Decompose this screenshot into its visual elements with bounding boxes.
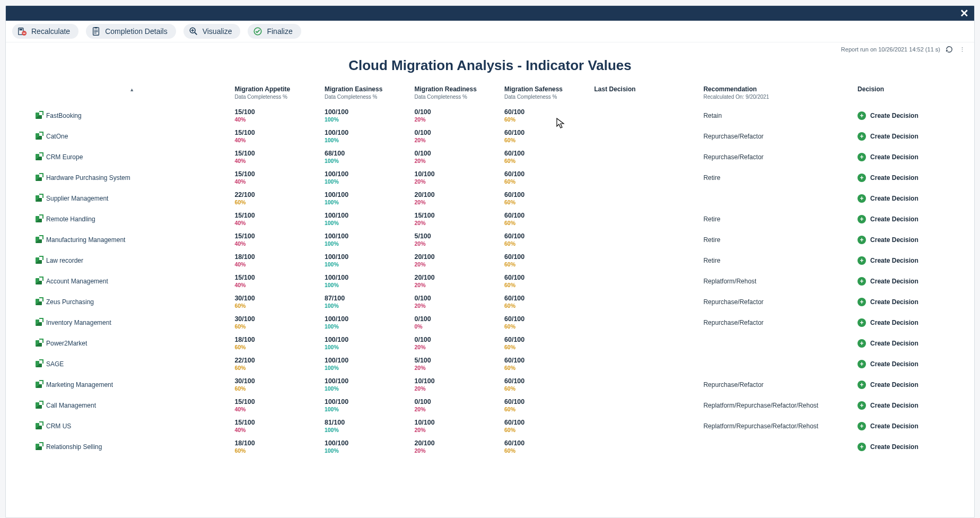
appetite-pct: 40% [234, 220, 318, 226]
create-decision-button[interactable]: +Create Decision [858, 153, 918, 161]
create-decision-label: Create Decision [870, 422, 918, 430]
create-decision-button[interactable]: +Create Decision [858, 381, 918, 389]
create-decision-label: Create Decision [870, 112, 918, 119]
create-decision-button[interactable]: +Create Decision [858, 298, 918, 306]
recommendation-cell: Retire [700, 229, 854, 250]
app-link[interactable]: CRM US [36, 422, 228, 430]
recommendation-cell: Replatform/Repurchase/Refactor/Rehost [700, 416, 854, 436]
table-row: Power2Market 18/10060% 100/100100% 0/100… [32, 333, 964, 353]
close-icon[interactable]: ✕ [960, 8, 969, 19]
app-link[interactable]: Power2Market [36, 340, 228, 347]
create-decision-button[interactable]: +Create Decision [858, 401, 918, 410]
easiness-score: 100/100 [325, 253, 408, 261]
app-link[interactable]: Hardware Purchasing System [36, 174, 228, 182]
appetite-pct: 40% [234, 178, 318, 185]
readiness-score: 0/100 [414, 398, 498, 405]
analysis-table-container[interactable]: ▲ Migration AppetiteData Completeness % … [6, 82, 974, 517]
last-decision-cell [591, 416, 701, 436]
col-safeness[interactable]: Migration SafenessData Completeness % [501, 82, 591, 105]
app-link[interactable]: Marketing Management [36, 381, 228, 388]
col-readiness[interactable]: Migration ReadinessData Completeness % [411, 82, 501, 105]
appetite-score: 22/100 [234, 357, 318, 364]
col-recommendation[interactable]: RecommendationRecalculated On: 9/20/2021 [700, 82, 854, 105]
appetite-score: 30/100 [234, 377, 318, 385]
create-decision-button[interactable]: +Create Decision [858, 360, 918, 368]
last-decision-cell [591, 229, 701, 250]
app-link[interactable]: Manufacturing Management [36, 236, 228, 244]
appetite-score: 15/100 [234, 212, 318, 219]
create-decision-button[interactable]: +Create Decision [858, 236, 918, 244]
app-name: FastBooking [46, 112, 82, 119]
visualize-button[interactable]: Visualize [183, 24, 241, 39]
create-decision-button[interactable]: +Create Decision [858, 339, 918, 348]
col-easiness[interactable]: Migration EasinessData Completeness % [321, 82, 412, 105]
create-decision-button[interactable]: +Create Decision [858, 215, 918, 223]
finalize-button[interactable]: Finalize [248, 24, 301, 39]
appetite-score: 15/100 [234, 129, 318, 136]
last-decision-cell [591, 436, 701, 457]
app-link[interactable]: Relationship Selling [36, 443, 228, 451]
safeness-pct: 60% [504, 447, 588, 454]
app-link[interactable]: SAGE [36, 360, 228, 368]
readiness-score: 20/100 [414, 191, 498, 198]
easiness-score: 100/100 [325, 377, 408, 385]
app-link[interactable]: Law recorder [36, 257, 228, 264]
create-decision-label: Create Decision [870, 360, 918, 368]
app-icon [36, 382, 42, 388]
create-decision-button[interactable]: +Create Decision [858, 194, 918, 203]
svg-rect-3 [23, 33, 25, 33]
app-link[interactable]: CatOne [36, 133, 228, 140]
col-name[interactable]: ▲ [32, 82, 231, 105]
recommendation-cell: Replatform/Repurchase/Refactor/Rehost [700, 395, 854, 416]
appetite-pct: 40% [234, 427, 318, 433]
app-link[interactable]: Remote Handling [36, 215, 228, 223]
readiness-pct: 20% [414, 303, 498, 309]
app-link[interactable]: Supplier Management [36, 195, 228, 202]
check-circle-icon [253, 27, 262, 36]
appetite-pct: 40% [234, 261, 318, 267]
app-link[interactable]: Inventory Management [36, 319, 228, 326]
easiness-score: 100/100 [325, 191, 408, 198]
easiness-pct: 100% [325, 282, 408, 288]
readiness-score: 5/100 [414, 232, 498, 240]
safeness-score: 60/100 [504, 170, 588, 178]
create-decision-button[interactable]: +Create Decision [858, 443, 918, 451]
recalculate-label: Recalculate [31, 27, 70, 36]
easiness-pct: 100% [325, 116, 408, 123]
recommendation-cell: Retire [700, 209, 854, 229]
recalculate-button[interactable]: Recalculate [12, 24, 78, 39]
app-link[interactable]: Zeus Purchasing [36, 298, 228, 306]
col-appetite[interactable]: Migration AppetiteData Completeness % [231, 82, 321, 105]
col-decision[interactable]: Decision [854, 82, 964, 105]
readiness-score: 10/100 [414, 170, 498, 178]
create-decision-button[interactable]: +Create Decision [858, 318, 918, 327]
create-decision-button[interactable]: +Create Decision [858, 132, 918, 141]
create-decision-label: Create Decision [870, 215, 918, 223]
safeness-pct: 60% [504, 303, 588, 309]
refresh-icon[interactable] [946, 46, 953, 53]
appetite-pct: 60% [234, 323, 318, 330]
safeness-pct: 60% [504, 178, 588, 185]
plus-circle-icon: + [858, 215, 866, 223]
col-last-decision[interactable]: Last Decision [591, 82, 701, 105]
easiness-score: 100/100 [325, 129, 408, 136]
create-decision-label: Create Decision [870, 153, 918, 161]
app-link[interactable]: CRM Europe [36, 153, 228, 161]
svg-line-10 [195, 32, 197, 34]
create-decision-button[interactable]: +Create Decision [858, 174, 918, 182]
create-decision-button[interactable]: +Create Decision [858, 111, 918, 120]
app-link[interactable]: Account Management [36, 278, 228, 285]
more-vertical-icon[interactable]: ⋮ [958, 46, 966, 53]
plus-circle-icon: + [858, 422, 866, 430]
app-link[interactable]: Call Management [36, 402, 228, 409]
create-decision-button[interactable]: +Create Decision [858, 277, 918, 286]
safeness-score: 60/100 [504, 377, 588, 385]
app-link[interactable]: FastBooking [36, 112, 228, 119]
app-icon [36, 195, 42, 202]
create-decision-button[interactable]: +Create Decision [858, 256, 918, 265]
create-decision-button[interactable]: +Create Decision [858, 422, 918, 430]
easiness-score: 100/100 [325, 315, 408, 323]
plus-circle-icon: + [858, 298, 866, 306]
last-decision-cell [591, 126, 701, 146]
completion-details-button[interactable]: Completion Details [86, 24, 176, 39]
